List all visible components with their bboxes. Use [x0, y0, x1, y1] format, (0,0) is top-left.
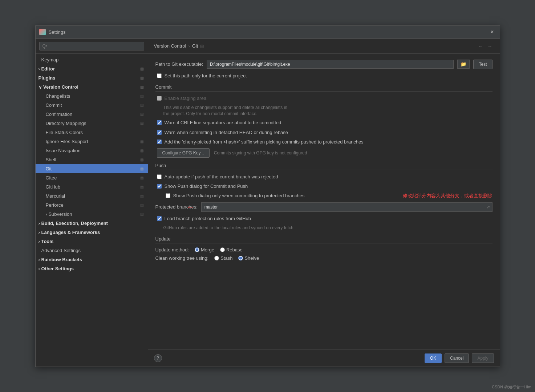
layout-icon: ▤	[140, 194, 143, 198]
test-button[interactable]: Test	[473, 60, 492, 69]
show-push-protected-checkbox[interactable]	[166, 193, 170, 198]
sidebar-item-label: Confirmation	[46, 112, 73, 117]
sidebar-item-git[interactable]: Git ▤	[36, 164, 148, 173]
help-button[interactable]: ?	[154, 354, 162, 362]
show-push-dialog-checkbox[interactable]	[157, 184, 162, 189]
enable-staging-row: Enable staging area	[155, 95, 493, 102]
sidebar-item-changelists[interactable]: Changelists ▤	[36, 92, 148, 101]
annotation-text: 修改此部分内容为其他分支，或者直接删除	[403, 193, 493, 199]
sidebar-item-tools[interactable]: › Tools	[36, 237, 148, 246]
sidebar-item-confirmation[interactable]: Confirmation ▤	[36, 110, 148, 119]
sidebar-item-label: Ignore Files Support	[46, 139, 88, 144]
settings-dialog: Settings × Keymap › Editor ▤ Plugins ▤	[35, 25, 500, 367]
merge-radio[interactable]	[195, 247, 199, 252]
add-cherry-picked-label: Add the 'cherry-picked from <hash>' suff…	[165, 139, 364, 145]
layout-icon: ▤	[140, 167, 143, 171]
title-bar-left: Settings	[39, 29, 66, 35]
sidebar-item-perforce[interactable]: Perforce ▤	[36, 201, 148, 210]
gpg-note: Commits signing with GPG key is not conf…	[214, 150, 307, 155]
shelve-label: Shelve	[244, 255, 259, 261]
rebase-radio[interactable]	[220, 247, 225, 252]
close-button[interactable]: ×	[488, 28, 496, 36]
load-branch-rules-checkbox[interactable]	[157, 216, 162, 221]
show-push-dialog-label: Show Push dialog for Commit and Push	[165, 183, 248, 190]
layout-icon: ▤	[140, 158, 143, 162]
update-method-row: Update method: Merge Rebase	[155, 247, 493, 252]
show-push-protected-label: Show Push dialog only when committing to…	[173, 193, 305, 199]
annotation-container: 修改此部分内容为其他分支，或者直接删除	[403, 193, 493, 199]
sidebar-item-label: Shelf	[46, 157, 57, 162]
set-path-checkbox[interactable]	[157, 73, 162, 78]
cancel-button[interactable]: Cancel	[445, 353, 469, 363]
protected-branches-input[interactable]	[202, 203, 484, 211]
sidebar-item-label: › Tools	[38, 239, 54, 244]
warn-detached-label: Warn when committing in detached HEAD or…	[165, 129, 288, 136]
commit-section-title: Commit	[155, 84, 493, 92]
sidebar-item-label: Directory Mappings	[46, 121, 86, 126]
sidebar-item-version-control[interactable]: ∨ Version Control ▤	[36, 82, 148, 92]
shelve-radio-label: Shelve	[238, 255, 259, 261]
layout-icon: ▤	[140, 121, 143, 125]
ok-button[interactable]: OK	[425, 353, 442, 363]
add-cherry-picked-checkbox[interactable]	[157, 140, 162, 144]
protected-input-container: ← ↗	[201, 202, 493, 212]
apply-button[interactable]: Apply	[472, 353, 494, 363]
sidebar-item-file-status-colors[interactable]: File Status Colors	[36, 128, 148, 137]
staging-sub-text: This will disable changelists support an…	[163, 105, 493, 117]
sidebar-item-plugins[interactable]: Plugins ▤	[36, 73, 148, 82]
layout-icon: ▤	[140, 203, 143, 207]
sidebar-item-directory-mappings[interactable]: Directory Mappings ▤	[36, 119, 148, 128]
load-branch-rules-label: Load branch protection rules from GitHub	[165, 215, 251, 222]
sidebar: Keymap › Editor ▤ Plugins ▤ ∨ Version Co…	[36, 39, 148, 367]
sidebar-item-languages-frameworks[interactable]: › Languages & Frameworks	[36, 228, 148, 237]
rebase-label: Rebase	[226, 247, 243, 252]
add-cherry-picked-row: Add the 'cherry-picked from <hash>' suff…	[155, 139, 493, 145]
sidebar-item-other-settings[interactable]: › Other Settings	[36, 264, 148, 273]
sidebar-item-ignore-files-support[interactable]: Ignore Files Support ▤	[36, 137, 148, 146]
sidebar-item-label: ∨ Version Control	[38, 84, 78, 90]
stash-radio[interactable]	[214, 256, 219, 260]
enable-staging-checkbox[interactable]	[157, 96, 162, 101]
show-push-protected-row: Show Push dialog only when committing to…	[155, 193, 399, 199]
nav-arrows: ← →	[477, 43, 494, 50]
protected-input-wrap: ↗	[201, 202, 493, 212]
sidebar-item-keymap[interactable]: Keymap	[36, 55, 148, 64]
expand-icon[interactable]: ↗	[484, 203, 492, 211]
layout-icon: ▤	[140, 212, 143, 216]
browse-button[interactable]: 📁	[457, 60, 470, 69]
sidebar-item-label: Keymap	[41, 57, 59, 62]
sidebar-item-editor[interactable]: › Editor ▤	[36, 64, 148, 73]
sidebar-item-label: › Languages & Frameworks	[38, 230, 100, 235]
enable-staging-label: Enable staging area	[165, 95, 207, 102]
sidebar-item-rainbow-brackets[interactable]: › Rainbow Brackets	[36, 255, 148, 264]
github-rules-note: GitHub rules are added to the local rule…	[163, 225, 493, 231]
nav-back-button[interactable]: ←	[477, 43, 485, 50]
auto-update-checkbox[interactable]	[157, 174, 162, 179]
nav-forward-button[interactable]: →	[486, 43, 494, 50]
sidebar-item-gitee[interactable]: Gitee ▤	[36, 173, 148, 182]
sidebar-item-shelf[interactable]: Shelf ▤	[36, 155, 148, 164]
sidebar-item-build-execution[interactable]: › Build, Execution, Deployment	[36, 219, 148, 228]
sidebar-item-advanced-settings[interactable]: Advanced Settings	[36, 246, 148, 255]
configure-gpg-row: Configure GPG Key... Commits signing wit…	[157, 148, 493, 158]
app-icon	[39, 29, 46, 35]
sidebar-item-subversion[interactable]: › Subversion ▤	[36, 210, 148, 219]
sidebar-item-label: Mercurial	[46, 193, 65, 199]
warn-crlf-checkbox[interactable]	[157, 120, 162, 125]
git-path-input[interactable]	[207, 60, 454, 69]
load-branch-rules-row: Load branch protection rules from GitHub	[155, 215, 493, 222]
sidebar-item-issue-navigation[interactable]: Issue Navigation ▤	[36, 146, 148, 155]
sidebar-item-mercurial[interactable]: Mercurial ▤	[36, 191, 148, 201]
layout-icon: ▤	[140, 67, 143, 71]
warn-detached-checkbox[interactable]	[157, 130, 162, 135]
search-input[interactable]	[39, 42, 144, 50]
layout-icon: ▤	[140, 149, 143, 153]
sidebar-item-label: Commit	[46, 102, 62, 108]
sidebar-item-label: › Rainbow Brackets	[38, 257, 82, 262]
sidebar-item-commit[interactable]: Commit ▤	[36, 101, 148, 110]
breadcrumb-current: Git	[192, 43, 198, 49]
shelve-radio[interactable]	[238, 256, 243, 260]
configure-gpg-button[interactable]: Configure GPG Key...	[157, 148, 210, 158]
layout-icon: ▤	[140, 103, 143, 107]
sidebar-item-github[interactable]: GitHub ▤	[36, 182, 148, 191]
